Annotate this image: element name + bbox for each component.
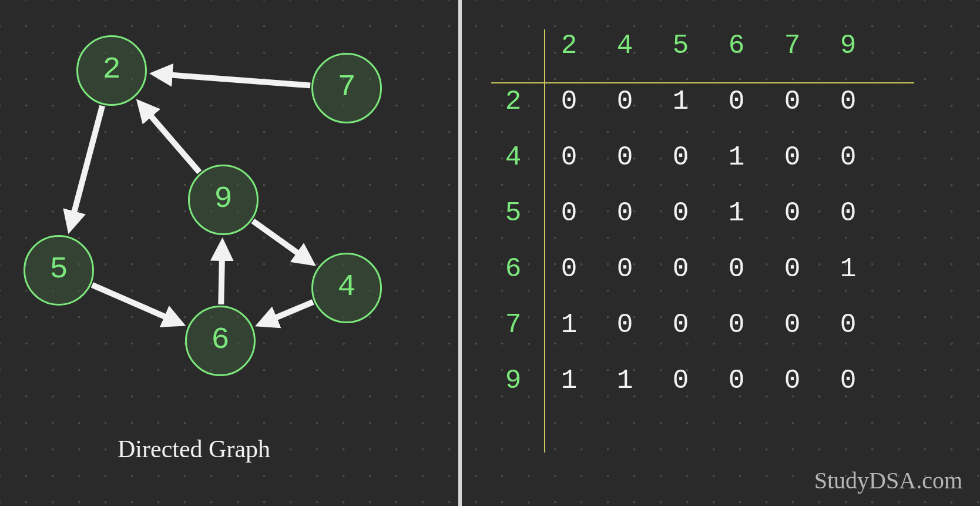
matrix-cell: 0: [709, 241, 764, 297]
graph-node-4: 4: [311, 253, 382, 323]
matrix-cell: 0: [820, 297, 876, 353]
matrix-cell: 0: [597, 185, 653, 241]
matrix-cell: 0: [764, 73, 820, 129]
edge-n9-n4: [253, 221, 307, 260]
matrix-cell: 0: [541, 73, 597, 129]
graph-node-2: 2: [76, 35, 147, 106]
main-container: 279546 Directed Graph 245679200100040001…: [0, 0, 980, 506]
graph-node-5: 5: [24, 235, 94, 306]
graph-node-label: 5: [49, 252, 68, 287]
matrix-corner: [485, 18, 541, 73]
matrix-cell: 0: [597, 73, 653, 129]
matrix-cell: 0: [541, 185, 597, 241]
matrix-cell: 0: [597, 297, 653, 353]
graph-panel: 279546 Directed Graph: [0, 0, 458, 506]
matrix-panel: 2456792001000400010050001006000001710000…: [462, 0, 980, 506]
matrix-row-header-4: 4: [485, 129, 541, 185]
graph-node-label: 2: [102, 52, 120, 87]
matrix-cell: 1: [597, 353, 653, 408]
matrix-col-header-5: 5: [653, 18, 709, 73]
edge-n5-n6: [92, 285, 176, 321]
matrix-cell: 1: [541, 297, 597, 353]
watermark: StudyDSA.com: [814, 467, 962, 494]
matrix-col-header-2: 2: [541, 18, 597, 73]
graph-node-label: 4: [337, 270, 355, 304]
matrix-cell: 0: [820, 73, 876, 129]
matrix-cell: 0: [653, 353, 709, 408]
edge-n4-n6: [265, 302, 313, 322]
matrix-cell: 0: [820, 353, 876, 408]
graph-node-9: 9: [188, 165, 259, 235]
matrix-cell: 1: [653, 73, 709, 129]
matrix-cell: 0: [653, 241, 709, 297]
matrix-cell: 0: [820, 129, 876, 185]
edge-n7-n2: [160, 74, 310, 85]
matrix-cell: 0: [653, 185, 709, 241]
matrix-cell: 0: [541, 241, 597, 297]
matrix-cell: 0: [764, 185, 820, 241]
matrix-col-header-9: 9: [820, 18, 876, 73]
matrix-cell: 0: [764, 353, 820, 408]
matrix-cell: 0: [764, 129, 820, 185]
matrix-cell: 0: [597, 241, 653, 297]
matrix-cell: 0: [709, 73, 764, 129]
matrix-col-header-4: 4: [597, 18, 653, 73]
matrix-cell: 0: [820, 185, 876, 241]
matrix-cell: 0: [764, 241, 820, 297]
matrix-col-header-7: 7: [764, 18, 820, 73]
matrix-cell: 0: [709, 353, 764, 408]
matrix-cell: 0: [764, 297, 820, 353]
adjacency-matrix: 2456792001000400010050001006000001710000…: [485, 18, 876, 408]
matrix-col-header-6: 6: [709, 18, 764, 73]
matrix-cell: 0: [541, 129, 597, 185]
matrix-row-header-7: 7: [485, 297, 541, 353]
graph-node-label: 7: [337, 70, 355, 105]
matrix-cell: 0: [653, 297, 709, 353]
matrix-cell: 0: [597, 129, 653, 185]
matrix-cell: 0: [653, 129, 709, 185]
matrix-row-header-2: 2: [485, 73, 541, 129]
matrix-cell: 1: [709, 129, 764, 185]
graph-node-7: 7: [311, 53, 382, 123]
edge-n6-n9: [221, 248, 222, 304]
graph-node-label: 6: [211, 323, 229, 357]
edge-n2-n5: [71, 106, 102, 224]
matrix-row-header-5: 5: [485, 185, 541, 241]
graph-node-6: 6: [185, 306, 256, 376]
matrix-row-header-9: 9: [485, 353, 541, 408]
graph-node-label: 9: [214, 182, 232, 216]
graph-caption: Directed Graph: [118, 435, 270, 463]
edge-n9-n2: [143, 107, 200, 172]
matrix-cell: 1: [541, 353, 597, 408]
matrix-row-header-6: 6: [485, 241, 541, 297]
matrix-cell: 1: [820, 241, 876, 297]
matrix-cell: 0: [709, 297, 764, 353]
matrix-cell: 1: [709, 185, 764, 241]
